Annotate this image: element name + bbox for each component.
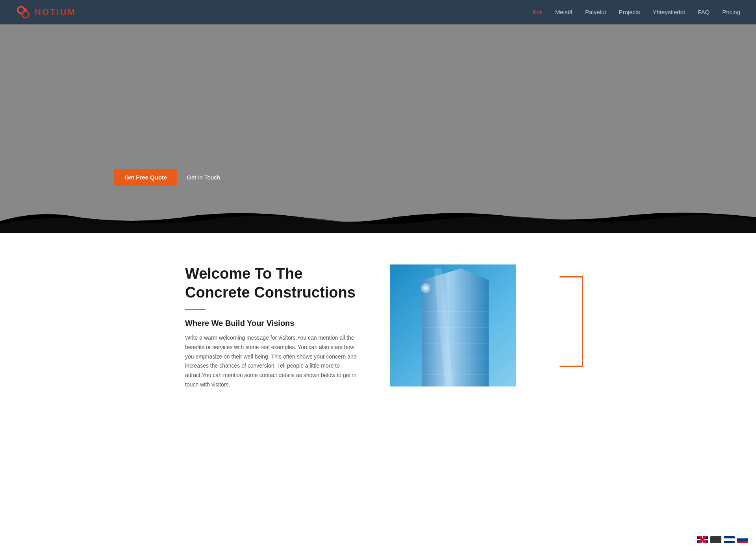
orange-accent <box>560 276 583 367</box>
welcome-subtitle: Where We Build Your Visions <box>185 319 359 328</box>
nav-item-yhteystiedot[interactable]: Yhteystiedot <box>653 9 686 16</box>
welcome-body: Write a warm welcoming message for visit… <box>185 333 359 390</box>
nav-link-meista[interactable]: Meistä <box>555 9 573 15</box>
nav-link-faq[interactable]: FAQ <box>698 9 710 15</box>
nav-item-faq[interactable]: FAQ <box>698 9 710 16</box>
welcome-text: Welcome To The Concrete Constructions Wh… <box>185 264 359 390</box>
welcome-image <box>390 264 575 386</box>
nav-item-palvelut[interactable]: Palvelut <box>585 9 606 16</box>
logo-icon <box>16 5 31 20</box>
welcome-section: Welcome To The Concrete Constructions Wh… <box>0 233 756 421</box>
nav-item-pricing[interactable]: Pricing <box>722 9 740 16</box>
svg-point-1 <box>22 11 29 18</box>
section-inner: Welcome To The Concrete Constructions Wh… <box>161 264 595 390</box>
nav-link-koti[interactable]: Koti <box>532 9 543 15</box>
nav-item-projects[interactable]: Projects <box>619 9 640 16</box>
nav-links: Koti Meistä Palvelut Projects Yhteystied… <box>532 9 740 16</box>
welcome-title: Welcome To The Concrete Constructions <box>185 264 359 302</box>
svg-point-16 <box>423 286 428 290</box>
nav-item-meista[interactable]: Meistä <box>555 9 573 16</box>
welcome-title-line1: Welcome To The <box>185 265 302 282</box>
welcome-title-line2: Concrete Constructions <box>185 284 356 301</box>
nav-item-koti[interactable]: Koti <box>532 9 543 16</box>
hero-section: Get Free Quote Get In Touch <box>0 24 756 233</box>
nav-link-yhteystiedot[interactable]: Yhteystiedot <box>653 9 686 15</box>
navbar: NOTIUM Koti Meistä Palvelut Projects Yht… <box>0 0 756 24</box>
get-in-touch-button[interactable]: Get In Touch <box>187 174 220 181</box>
hero-cta: Get Free Quote Get In Touch <box>114 169 220 186</box>
nav-link-pricing[interactable]: Pricing <box>722 9 740 15</box>
get-quote-button[interactable]: Get Free Quote <box>114 169 177 186</box>
svg-point-2 <box>24 8 27 12</box>
brand[interactable]: NOTIUM <box>16 5 76 20</box>
hero-wave <box>0 209 756 233</box>
building-image <box>390 264 516 386</box>
nav-link-projects[interactable]: Projects <box>619 9 640 15</box>
nav-link-palvelut[interactable]: Palvelut <box>585 9 606 15</box>
building-svg <box>390 264 516 386</box>
divider <box>185 309 206 310</box>
brand-name: NOTIUM <box>35 7 76 17</box>
